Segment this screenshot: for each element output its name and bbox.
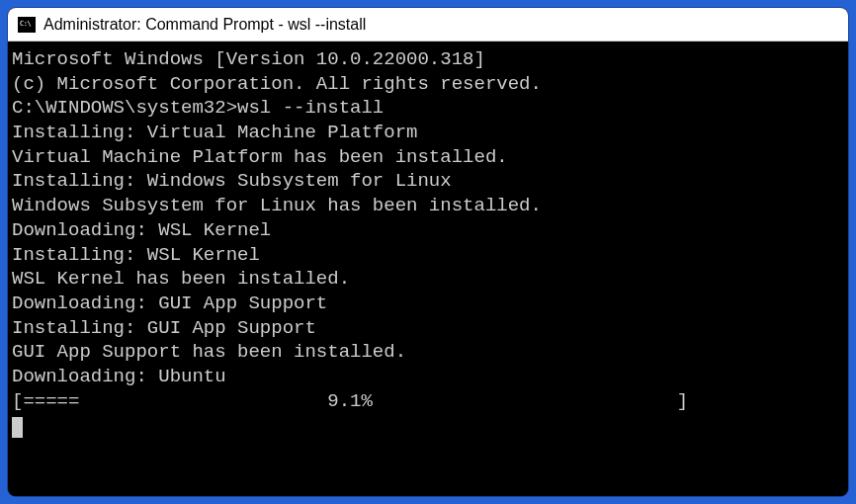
cmd-icon-text: C:\	[20, 21, 31, 28]
output-line: WSL Kernel has been installed.	[12, 267, 844, 292]
output-line: Downloading: Ubuntu	[12, 365, 844, 389]
output-line: Installing: Virtual Machine Platform	[12, 121, 844, 145]
copyright-line: (c) Microsoft Corporation. All rights re…	[12, 72, 844, 97]
output-line: Installing: Windows Subsystem for Linux	[12, 169, 844, 194]
cmd-icon: C:\	[18, 17, 36, 33]
prompt-text: C:\WINDOWS\system32>	[12, 96, 237, 121]
text-cursor	[12, 417, 23, 438]
progress-bar: [===== 9.1% ]	[12, 389, 844, 414]
output-line: Virtual Machine Platform has been instal…	[12, 145, 844, 170]
output-line: Downloading: WSL Kernel	[12, 218, 844, 243]
command-prompt-window: C:\ Administrator: Command Prompt - wsl …	[8, 8, 848, 496]
output-line: Installing: WSL Kernel	[12, 243, 844, 268]
terminal-output[interactable]: Microsoft Windows [Version 10.0.22000.31…	[8, 42, 848, 496]
command-text: wsl --install	[237, 96, 384, 121]
window-title: Administrator: Command Prompt - wsl --in…	[43, 16, 366, 34]
version-line: Microsoft Windows [Version 10.0.22000.31…	[12, 47, 844, 72]
output-line: Installing: GUI App Support	[12, 316, 844, 341]
title-bar[interactable]: C:\ Administrator: Command Prompt - wsl …	[8, 8, 848, 42]
output-line: GUI App Support has been installed.	[12, 340, 844, 365]
output-line: Downloading: GUI App Support	[12, 292, 844, 316]
prompt-line: C:\WINDOWS\system32>wsl --install	[12, 96, 844, 121]
output-line: Windows Subsystem for Linux has been ins…	[12, 194, 844, 218]
